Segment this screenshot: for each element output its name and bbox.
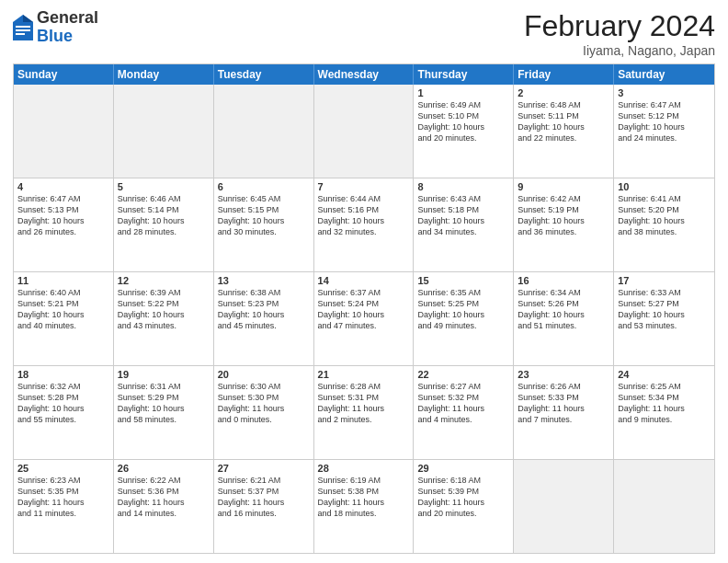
day-info-1: Sunrise: 6:49 AMSunset: 5:10 PMDaylight:…: [417, 99, 509, 144]
day-number-17: 17: [618, 275, 711, 286]
day-cell-20: 20Sunrise: 6:30 AMSunset: 5:30 PMDayligh…: [214, 366, 314, 459]
day-number-19: 19: [118, 369, 210, 380]
logo-blue: Blue: [37, 27, 73, 45]
day-info-12: Sunrise: 6:39 AMSunset: 5:22 PMDaylight:…: [118, 287, 210, 332]
day-number-29: 29: [417, 463, 509, 474]
day-number-23: 23: [518, 369, 609, 380]
day-info-23: Sunrise: 6:26 AMSunset: 5:33 PMDaylight:…: [518, 381, 609, 426]
day-cell-4: 4Sunrise: 6:47 AMSunset: 5:13 PMDaylight…: [14, 178, 114, 271]
day-number-2: 2: [518, 87, 609, 98]
weekday-header-monday: Monday: [114, 64, 214, 85]
svg-marker-1: [23, 15, 33, 22]
day-info-26: Sunrise: 6:22 AMSunset: 5:36 PMDaylight:…: [118, 475, 210, 520]
calendar-row-0: 1Sunrise: 6:49 AMSunset: 5:10 PMDaylight…: [14, 85, 714, 178]
day-cell-2: 2Sunrise: 6:48 AMSunset: 5:11 PMDaylight…: [514, 85, 614, 178]
day-info-10: Sunrise: 6:41 AMSunset: 5:20 PMDaylight:…: [618, 193, 711, 238]
day-cell-22: 22Sunrise: 6:27 AMSunset: 5:32 PMDayligh…: [414, 366, 514, 459]
day-cell-15: 15Sunrise: 6:35 AMSunset: 5:25 PMDayligh…: [414, 272, 514, 365]
svg-rect-2: [16, 26, 30, 28]
day-info-8: Sunrise: 6:43 AMSunset: 5:18 PMDaylight:…: [417, 193, 509, 238]
weekday-header-tuesday: Tuesday: [214, 64, 314, 85]
calendar-row-1: 4Sunrise: 6:47 AMSunset: 5:13 PMDaylight…: [14, 178, 714, 271]
day-cell-10: 10Sunrise: 6:41 AMSunset: 5:20 PMDayligh…: [614, 178, 714, 271]
day-cell-16: 16Sunrise: 6:34 AMSunset: 5:26 PMDayligh…: [514, 272, 614, 365]
day-info-17: Sunrise: 6:33 AMSunset: 5:27 PMDaylight:…: [618, 287, 711, 332]
day-cell-empty-r4c5: [514, 460, 614, 553]
day-number-16: 16: [518, 275, 609, 286]
day-info-15: Sunrise: 6:35 AMSunset: 5:25 PMDaylight:…: [417, 287, 509, 332]
day-info-2: Sunrise: 6:48 AMSunset: 5:11 PMDaylight:…: [518, 99, 609, 144]
day-info-24: Sunrise: 6:25 AMSunset: 5:34 PMDaylight:…: [618, 381, 711, 426]
day-info-19: Sunrise: 6:31 AMSunset: 5:29 PMDaylight:…: [118, 381, 210, 426]
day-number-14: 14: [318, 275, 410, 286]
day-cell-empty-r0c3: [314, 85, 415, 178]
day-number-24: 24: [618, 369, 711, 380]
day-info-11: Sunrise: 6:40 AMSunset: 5:21 PMDaylight:…: [17, 287, 109, 332]
day-info-4: Sunrise: 6:47 AMSunset: 5:13 PMDaylight:…: [17, 193, 109, 238]
calendar-row-2: 11Sunrise: 6:40 AMSunset: 5:21 PMDayligh…: [14, 271, 714, 365]
day-number-11: 11: [17, 275, 109, 286]
day-info-7: Sunrise: 6:44 AMSunset: 5:16 PMDaylight:…: [318, 193, 410, 238]
day-info-9: Sunrise: 6:42 AMSunset: 5:19 PMDaylight:…: [518, 193, 609, 238]
day-cell-11: 11Sunrise: 6:40 AMSunset: 5:21 PMDayligh…: [14, 272, 114, 365]
day-info-6: Sunrise: 6:45 AMSunset: 5:15 PMDaylight:…: [218, 193, 310, 238]
calendar-header: SundayMondayTuesdayWednesdayThursdayFrid…: [14, 64, 714, 85]
day-number-28: 28: [318, 463, 410, 474]
day-info-28: Sunrise: 6:19 AMSunset: 5:38 PMDaylight:…: [318, 475, 410, 520]
day-cell-3: 3Sunrise: 6:47 AMSunset: 5:12 PMDaylight…: [614, 85, 714, 178]
day-info-25: Sunrise: 6:23 AMSunset: 5:35 PMDaylight:…: [17, 475, 109, 520]
day-cell-7: 7Sunrise: 6:44 AMSunset: 5:16 PMDaylight…: [314, 178, 415, 271]
day-cell-8: 8Sunrise: 6:43 AMSunset: 5:18 PMDaylight…: [414, 178, 514, 271]
weekday-header-saturday: Saturday: [614, 64, 714, 85]
calendar-row-4: 25Sunrise: 6:23 AMSunset: 5:35 PMDayligh…: [14, 459, 714, 553]
day-info-21: Sunrise: 6:28 AMSunset: 5:31 PMDaylight:…: [318, 381, 410, 426]
day-cell-24: 24Sunrise: 6:25 AMSunset: 5:34 PMDayligh…: [614, 366, 714, 459]
day-cell-23: 23Sunrise: 6:26 AMSunset: 5:33 PMDayligh…: [514, 366, 614, 459]
day-cell-21: 21Sunrise: 6:28 AMSunset: 5:31 PMDayligh…: [314, 366, 415, 459]
day-cell-17: 17Sunrise: 6:33 AMSunset: 5:27 PMDayligh…: [614, 272, 714, 365]
day-number-7: 7: [318, 181, 410, 192]
day-number-12: 12: [118, 275, 210, 286]
day-cell-25: 25Sunrise: 6:23 AMSunset: 5:35 PMDayligh…: [14, 460, 114, 553]
day-cell-14: 14Sunrise: 6:37 AMSunset: 5:24 PMDayligh…: [314, 272, 415, 365]
day-number-21: 21: [318, 369, 410, 380]
weekday-header-friday: Friday: [514, 64, 614, 85]
day-cell-27: 27Sunrise: 6:21 AMSunset: 5:37 PMDayligh…: [214, 460, 314, 553]
weekday-header-sunday: Sunday: [14, 64, 114, 85]
day-number-9: 9: [518, 181, 609, 192]
day-info-27: Sunrise: 6:21 AMSunset: 5:37 PMDaylight:…: [218, 475, 310, 520]
day-cell-empty-r4c6: [614, 460, 714, 553]
day-cell-28: 28Sunrise: 6:19 AMSunset: 5:38 PMDayligh…: [314, 460, 415, 553]
day-info-29: Sunrise: 6:18 AMSunset: 5:39 PMDaylight:…: [417, 475, 509, 520]
logo: General Blue: [13, 9, 98, 46]
calendar-row-3: 18Sunrise: 6:32 AMSunset: 5:28 PMDayligh…: [14, 365, 714, 459]
day-info-3: Sunrise: 6:47 AMSunset: 5:12 PMDaylight:…: [618, 99, 711, 144]
day-number-13: 13: [218, 275, 310, 286]
day-number-10: 10: [618, 181, 711, 192]
day-info-20: Sunrise: 6:30 AMSunset: 5:30 PMDaylight:…: [218, 381, 310, 426]
weekday-header-wednesday: Wednesday: [314, 64, 415, 85]
svg-rect-3: [16, 29, 30, 31]
day-number-8: 8: [417, 181, 509, 192]
day-cell-empty-r0c1: [114, 85, 214, 178]
day-number-5: 5: [118, 181, 210, 192]
day-cell-12: 12Sunrise: 6:39 AMSunset: 5:22 PMDayligh…: [114, 272, 214, 365]
day-cell-empty-r0c0: [14, 85, 114, 178]
day-cell-6: 6Sunrise: 6:45 AMSunset: 5:15 PMDaylight…: [214, 178, 314, 271]
day-info-14: Sunrise: 6:37 AMSunset: 5:24 PMDaylight:…: [318, 287, 410, 332]
day-cell-9: 9Sunrise: 6:42 AMSunset: 5:19 PMDaylight…: [514, 178, 614, 271]
header: General Blue February 2024 Iiyama, Nagan…: [13, 9, 715, 58]
day-number-20: 20: [218, 369, 310, 380]
day-cell-29: 29Sunrise: 6:18 AMSunset: 5:39 PMDayligh…: [414, 460, 514, 553]
day-number-26: 26: [118, 463, 210, 474]
day-info-18: Sunrise: 6:32 AMSunset: 5:28 PMDaylight:…: [17, 381, 109, 426]
day-number-3: 3: [618, 87, 711, 98]
day-cell-19: 19Sunrise: 6:31 AMSunset: 5:29 PMDayligh…: [114, 366, 214, 459]
day-number-18: 18: [17, 369, 109, 380]
day-number-15: 15: [417, 275, 509, 286]
day-cell-26: 26Sunrise: 6:22 AMSunset: 5:36 PMDayligh…: [114, 460, 214, 553]
logo-general: General: [37, 8, 98, 27]
day-number-27: 27: [218, 463, 310, 474]
day-info-13: Sunrise: 6:38 AMSunset: 5:23 PMDaylight:…: [218, 287, 310, 332]
day-number-4: 4: [17, 181, 109, 192]
